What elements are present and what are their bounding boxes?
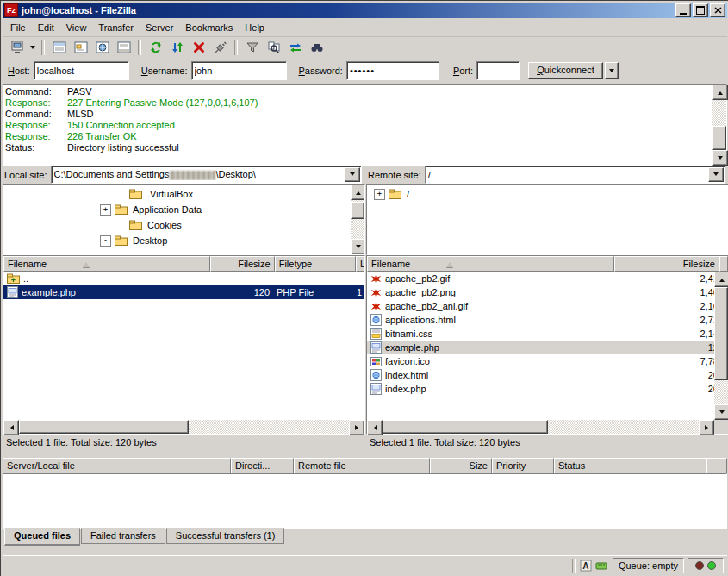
file-row-index-html[interactable]: index.html 202	[367, 368, 714, 382]
local-list-hscrollbar[interactable]	[3, 420, 364, 434]
menu-view[interactable]: View	[60, 20, 93, 35]
column-filesize[interactable]: Filesize	[614, 256, 719, 272]
column-remote-file[interactable]: Remote file	[294, 458, 430, 473]
expand-icon[interactable]: +	[374, 189, 385, 200]
file-row-apache-pb2-gif[interactable]: apache_pb2.gif 2,414	[367, 272, 714, 285]
remote-site-label: Remote site:	[366, 170, 425, 180]
tab-queued-files[interactable]: Queued files	[4, 528, 80, 546]
log-line: Command:MLSD	[5, 109, 711, 120]
remote-site-combo[interactable]: /	[425, 166, 725, 184]
menu-transfer[interactable]: Transfer	[92, 20, 140, 35]
tree-item-desktop[interactable]: - Desktop	[3, 233, 350, 248]
redacted-username	[169, 171, 215, 180]
column-filename[interactable]: Filename	[367, 256, 614, 272]
file-row-index-php[interactable]: index.php 267	[367, 382, 714, 396]
window-title: john@localhost - FileZilla	[22, 5, 674, 16]
file-row-example-php[interactable]: example.php 120	[367, 341, 714, 354]
svg-text:A: A	[582, 561, 588, 571]
column-direction[interactable]: Directi...	[231, 458, 294, 473]
keyboard-indicator-icon[interactable]	[594, 558, 609, 573]
tab-successful-transfers[interactable]: Successful transfers (1)	[166, 528, 285, 544]
column-filename[interactable]: Filename	[3, 256, 210, 272]
scroll-up-button[interactable]	[714, 272, 728, 287]
column-lastmodified[interactable]: L	[356, 256, 364, 272]
file-row-parent-dir[interactable]: ..	[3, 272, 364, 285]
local-tree-toggle-icon[interactable]	[70, 37, 91, 58]
queue-toggle-icon[interactable]	[113, 37, 134, 58]
column-filesize[interactable]: Filesize	[210, 256, 274, 272]
scroll-down-button[interactable]	[351, 239, 365, 254]
title-bar[interactable]: john@localhost - FileZilla	[3, 3, 727, 18]
sync-browsing-icon[interactable]	[284, 37, 306, 58]
expand-icon[interactable]: +	[100, 204, 111, 216]
local-tree: .VirtualBox + Application Data Cookies -…	[3, 184, 365, 255]
menu-edit[interactable]: Edit	[32, 20, 60, 35]
collapse-icon[interactable]: -	[100, 235, 111, 247]
remote-site-path: /	[426, 170, 708, 180]
scroll-down-button[interactable]	[712, 150, 728, 166]
cancel-icon[interactable]	[188, 37, 209, 58]
file-row-favicon-ico[interactable]: favicon.ico 7,782	[367, 354, 714, 368]
menu-bookmarks[interactable]: Bookmarks	[179, 20, 239, 35]
image-file-icon	[370, 287, 382, 298]
site-manager-icon[interactable]	[6, 37, 28, 58]
close-button[interactable]	[710, 3, 725, 17]
password-input[interactable]	[346, 61, 439, 80]
combo-dropdown-button[interactable]	[345, 167, 360, 182]
tab-failed-transfers[interactable]: Failed transfers	[81, 528, 165, 544]
image-file-icon	[370, 301, 382, 312]
scroll-up-button[interactable]	[351, 185, 365, 200]
column-priority[interactable]: Priority	[492, 458, 554, 473]
process-queue-icon[interactable]	[166, 37, 188, 58]
tree-item-virtualbox[interactable]: .VirtualBox	[3, 186, 350, 202]
folder-icon	[115, 235, 128, 246]
column-server-local-file[interactable]: Server/Local file	[3, 458, 231, 473]
column-header-filler	[706, 458, 727, 473]
filter-icon[interactable]	[241, 37, 263, 58]
remote-tree-toggle-icon[interactable]	[91, 37, 113, 58]
log-line: Status:Directory listing successful	[5, 142, 711, 153]
log-line: Response:150 Connection accepted	[5, 120, 711, 131]
remote-list-vscrollbar[interactable]	[714, 272, 728, 420]
local-site-combo[interactable]: C:\Documents and Settings\Desktop\	[51, 166, 362, 184]
compare-icon[interactable]	[263, 37, 284, 58]
log-toggle-icon[interactable]	[48, 37, 70, 58]
file-row-bitnami-css[interactable]: bitnami.css 2,142	[367, 327, 714, 341]
scroll-up-button[interactable]	[712, 85, 728, 100]
refresh-icon[interactable]	[145, 37, 166, 58]
column-size[interactable]: Size	[430, 458, 492, 473]
activity-led-red	[695, 561, 704, 570]
host-input[interactable]	[34, 61, 129, 80]
log-scrollbar[interactable]	[712, 85, 726, 166]
menu-help[interactable]: Help	[239, 20, 271, 35]
combo-dropdown-button[interactable]	[708, 167, 724, 182]
menu-file[interactable]: File	[4, 20, 32, 35]
quickconnect-dropdown[interactable]	[605, 62, 619, 79]
column-status[interactable]: Status	[554, 458, 706, 473]
scroll-down-button[interactable]	[714, 404, 728, 420]
port-input[interactable]	[476, 61, 520, 80]
menu-server[interactable]: Server	[140, 20, 179, 35]
remote-tree-item-root[interactable]: + /	[367, 186, 713, 202]
column-filetype[interactable]: Filetype	[275, 256, 356, 272]
site-manager-dropdown-icon[interactable]	[28, 38, 38, 57]
disconnect-icon[interactable]	[209, 37, 231, 58]
file-row-example-php[interactable]: example.php 120 PHP File 1	[3, 285, 364, 299]
file-row-apache-pb2-ani-gif[interactable]: apache_pb2_ani.gif 2,160	[367, 299, 714, 313]
username-input[interactable]	[191, 61, 287, 80]
remote-list-hscrollbar[interactable]	[367, 420, 714, 434]
find-icon[interactable]	[306, 37, 327, 58]
file-row-applications-html[interactable]: applications.html 2,713	[367, 313, 714, 327]
maximize-button[interactable]	[693, 3, 708, 17]
ascii-mode-icon[interactable]: A	[578, 558, 594, 573]
local-site-row: Local site: C:\Documents and Settings\De…	[3, 166, 364, 184]
local-tree-scrollbar[interactable]	[351, 185, 364, 254]
file-row-apache-pb2-png[interactable]: apache_pb2.png 1,463	[367, 285, 714, 299]
log-lines: Command:PASV Response:227 Entering Passi…	[5, 86, 711, 166]
quickconnect-button[interactable]: Quickconnect	[528, 62, 603, 79]
local-file-list: Filename Filesize Filetype L .. example.…	[3, 255, 365, 435]
minimize-button[interactable]	[675, 3, 691, 17]
local-list-header: Filename Filesize Filetype L	[3, 256, 364, 272]
tree-item-application-data[interactable]: + Application Data	[3, 202, 350, 217]
tree-item-cookies[interactable]: Cookies	[3, 217, 350, 233]
